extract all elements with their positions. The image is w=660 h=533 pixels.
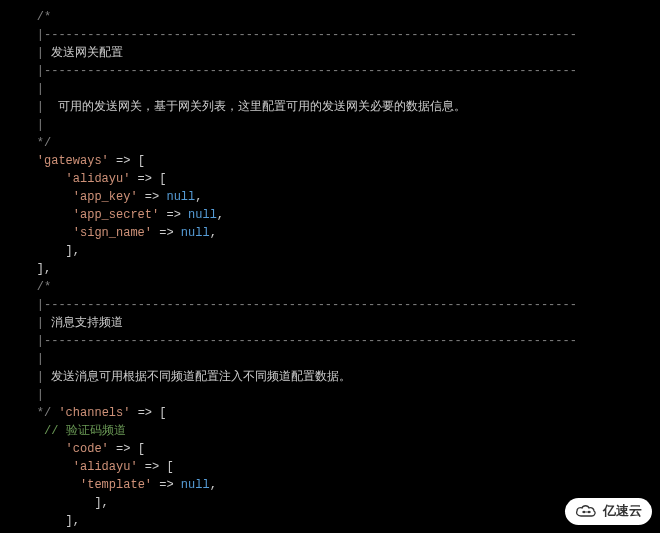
code-line: ], — [8, 494, 660, 512]
code-line: 'sign_name' => null, — [8, 224, 660, 242]
code-line: | 消息支持频道 — [8, 314, 660, 332]
code-line: | — [8, 386, 660, 404]
code-line: | 可用的发送网关，基于网关列表，这里配置可用的发送网关必要的数据信息。 — [8, 98, 660, 116]
code-line: |---------------------------------------… — [8, 296, 660, 314]
code-line: |---------------------------------------… — [8, 332, 660, 350]
code-line: | — [8, 116, 660, 134]
code-line: 'app_secret' => null, — [8, 206, 660, 224]
watermark-text: 亿速云 — [603, 502, 642, 522]
code-block: /* |------------------------------------… — [0, 0, 660, 533]
code-line: */ — [8, 134, 660, 152]
code-line: 'app_key' => null, — [8, 188, 660, 206]
code-line: 'alidayu' => [ — [8, 170, 660, 188]
code-line: // 验证码频道 — [8, 422, 660, 440]
code-line: ], — [8, 260, 660, 278]
code-line: 'code' => [ — [8, 440, 660, 458]
code-line: 'alidayu' => [ — [8, 458, 660, 476]
code-line: /* — [8, 8, 660, 26]
watermark-badge: 亿速云 — [565, 498, 652, 526]
code-line: | 发送消息可用根据不同频道配置注入不同频道配置数据。 — [8, 368, 660, 386]
code-line: | 发送网关配置 — [8, 44, 660, 62]
code-line: | — [8, 80, 660, 98]
code-line: 'gateways' => [ — [8, 152, 660, 170]
code-line: | — [8, 350, 660, 368]
cloud-icon — [575, 504, 597, 518]
code-line: 'template' => null, — [8, 476, 660, 494]
code-line: /* — [8, 278, 660, 296]
code-line: */ 'channels' => [ — [8, 404, 660, 422]
code-line: ], — [8, 242, 660, 260]
code-line: |---------------------------------------… — [8, 62, 660, 80]
code-line: ], — [8, 512, 660, 530]
code-line: |---------------------------------------… — [8, 26, 660, 44]
